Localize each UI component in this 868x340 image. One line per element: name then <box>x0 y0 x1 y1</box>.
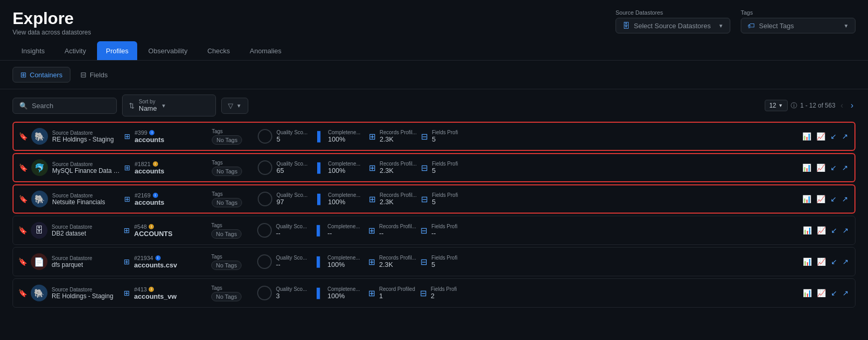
fields-label: Fields Profi <box>432 192 468 198</box>
trend-icon[interactable]: 📈 <box>816 256 827 267</box>
completeness-label: Completene... <box>328 161 365 167</box>
search-input[interactable] <box>32 102 110 110</box>
source-datastore-name: MySQL Finance Data DB <box>52 167 120 174</box>
records-value: 1 <box>379 292 416 300</box>
info-dot-icon[interactable]: i <box>149 130 154 135</box>
bookmark-icon[interactable]: 🔖 <box>19 195 27 203</box>
timeline-icon[interactable]: ↙ <box>830 225 838 236</box>
row-actions: 📊 📈 ↙ ↗ <box>802 225 850 236</box>
fields-label: Fields Profi <box>431 286 467 292</box>
quality-bar-icon: ▌ <box>317 288 323 299</box>
external-link-icon[interactable]: ↗ <box>841 162 849 173</box>
fields-label: Fields Profi <box>432 130 468 135</box>
timeline-icon[interactable]: ↙ <box>829 194 838 204</box>
bookmark-icon[interactable]: 🔖 <box>18 257 27 266</box>
tab-insights[interactable]: Insights <box>13 41 54 60</box>
records-label: Record Profiled <box>379 286 416 292</box>
trend-icon[interactable]: 📈 <box>815 131 826 142</box>
fields-value: 5 <box>432 198 468 206</box>
timeline-icon[interactable]: ↙ <box>830 256 838 267</box>
bar-chart-icon[interactable]: 📊 <box>802 256 813 267</box>
view-tab-fields[interactable]: ⊟ Fields <box>73 67 116 83</box>
external-link-icon[interactable]: ↗ <box>841 131 849 142</box>
quality-metric: Quality Sco... -- <box>276 255 312 268</box>
table-icon: ⊞ <box>124 163 130 172</box>
completeness-label: Completene... <box>328 224 364 229</box>
bar-chart-icon[interactable]: 📊 <box>802 225 813 236</box>
search-box[interactable]: 🔍 <box>13 98 117 114</box>
info-dot-icon[interactable]: i <box>153 161 158 167</box>
info-dot-icon[interactable]: i <box>149 224 154 229</box>
tags-label: Tags <box>741 9 855 16</box>
records-metric: Records Profil... 2.3K <box>380 130 417 143</box>
table-row[interactable]: 🔖 🐬 Source Datastore MySQL Finance Data … <box>13 153 855 182</box>
sort-select[interactable]: ⇅ Sort by Name ▼ <box>122 95 216 116</box>
bar-chart-icon[interactable]: 📊 <box>801 194 812 204</box>
quality-bar-icon: ▌ <box>317 194 324 205</box>
external-link-icon[interactable]: ↗ <box>841 225 850 236</box>
external-link-icon[interactable]: ↗ <box>841 288 850 298</box>
records-label: Records Profil... <box>380 161 417 167</box>
source-datastores-group: Source Datastores 🗄 Select Source Datast… <box>616 9 730 33</box>
view-tab-containers[interactable]: ⊞ Containers <box>13 67 70 83</box>
page-size-select[interactable]: 12 ▼ <box>765 100 788 111</box>
table-row[interactable]: 🔖 🐘 Source Datastore RE Holdings - Stagi… <box>13 278 855 308</box>
source-datastore-name: DB2 dataset <box>52 230 119 237</box>
trend-icon[interactable]: 📈 <box>815 194 826 204</box>
external-link-icon[interactable]: ↗ <box>841 256 850 267</box>
bookmark-icon[interactable]: 🔖 <box>19 132 27 140</box>
completeness-columns-icon: ⊞ <box>368 226 375 236</box>
completeness-columns-icon: ⊞ <box>368 288 375 298</box>
trend-icon[interactable]: 📈 <box>816 288 827 298</box>
bookmark-icon[interactable]: 🔖 <box>18 289 27 297</box>
filter-button[interactable]: ▽ ▼ <box>221 98 248 114</box>
timeline-icon[interactable]: ↙ <box>830 288 838 298</box>
table-row[interactable]: 🔖 🐘 Source Datastore Netsuite Financials… <box>13 184 855 214</box>
source-datastore-label: Source Datastore <box>52 130 120 136</box>
bar-chart-icon[interactable]: 📊 <box>801 131 812 142</box>
quality-value: 65 <box>276 167 313 174</box>
records-label: Records Profil... <box>380 130 417 135</box>
info-dot-icon[interactable]: i <box>153 193 158 198</box>
timeline-icon[interactable]: ↙ <box>829 131 838 142</box>
bar-chart-icon[interactable]: 📊 <box>801 162 812 173</box>
tags-select[interactable]: 🏷 Select Tags ▼ <box>741 18 855 33</box>
tab-anomalies[interactable]: Anomalies <box>241 41 291 60</box>
bookmark-icon[interactable]: 🔖 <box>19 163 27 172</box>
info-dot-icon[interactable]: i <box>155 255 161 261</box>
bar-chart-icon[interactable]: 📊 <box>802 288 813 298</box>
external-link-icon[interactable]: ↗ <box>841 194 849 204</box>
table-icon: ⊞ <box>124 289 130 297</box>
row-actions: 📊 📈 ↙ ↗ <box>802 256 850 267</box>
prev-page-button[interactable]: ‹ <box>838 101 845 110</box>
timeline-icon[interactable]: ↙ <box>829 162 838 173</box>
page-size-value: 12 <box>769 102 776 109</box>
table-row[interactable]: 🔖 🐘 Source Datastore RE Holdings - Stagi… <box>13 122 855 151</box>
table-container: 🔖 🐘 Source Datastore RE Holdings - Stagi… <box>0 122 868 318</box>
tab-observability[interactable]: Observability <box>139 41 196 60</box>
tags-group: Tags 🏷 Select Tags ▼ <box>741 9 855 33</box>
completeness-value: 100% <box>328 261 364 268</box>
quality-metric: Quality Sco... 5 <box>276 130 313 143</box>
records-columns-icon: ⊟ <box>421 163 428 173</box>
table-row[interactable]: 🔖 🗄 Source Datastore DB2 dataset ⊞ #548 … <box>13 216 855 245</box>
quality-bar-icon: ▌ <box>317 131 324 142</box>
trend-icon[interactable]: 📈 <box>815 162 826 173</box>
source-datastores-select[interactable]: 🗄 Select Source Datastores ▼ <box>616 18 730 33</box>
page-size-chevron-icon: ▼ <box>778 103 783 108</box>
quality-metric: Quality Sco... 3 <box>276 286 312 300</box>
tab-profiles[interactable]: Profiles <box>97 41 137 60</box>
next-page-button[interactable]: › <box>849 101 855 110</box>
trend-icon[interactable]: 📈 <box>816 225 827 236</box>
completeness-value: 100% <box>328 198 365 206</box>
records-label: Records Profil... <box>379 255 416 261</box>
tags-area: Tags No Tags <box>212 128 254 145</box>
info-dot-icon[interactable]: i <box>149 287 154 292</box>
tab-activity[interactable]: Activity <box>56 41 95 60</box>
records-metric: Records Profil... 2.3K <box>380 161 417 174</box>
bookmark-icon[interactable]: 🔖 <box>18 226 27 235</box>
table-row[interactable]: 🔖 📄 Source Datastore dfs parquet ⊞ #2193… <box>13 247 855 276</box>
record-info: #548 i ACCOUNTS <box>134 224 207 238</box>
fields-metric: Fields Profi -- <box>431 224 468 237</box>
tab-checks[interactable]: Checks <box>198 41 238 60</box>
